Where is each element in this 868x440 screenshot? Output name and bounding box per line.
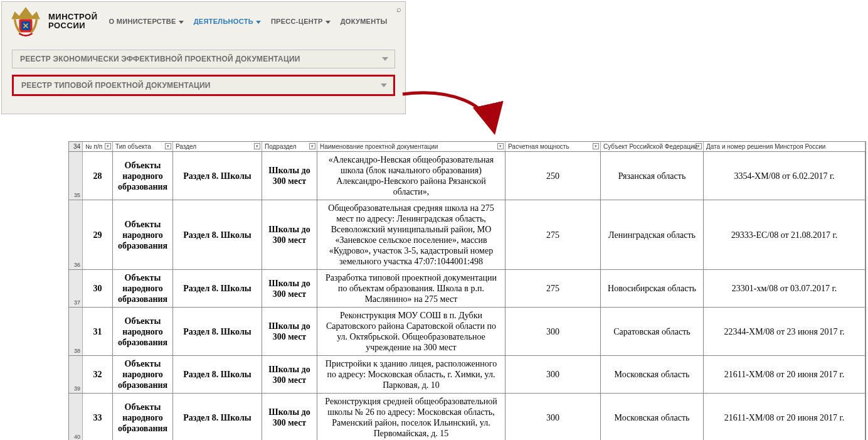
cell-mos: 300 <box>505 394 601 440</box>
table-row: 3528Объекты народного образованияРаздел … <box>69 152 865 200</box>
cell-pod: Школы до 300 мест <box>262 394 317 440</box>
main-nav: О МИНИСТЕРСТВЕ ДЕЯТЕЛЬНОСТЬ ПРЕСС-ЦЕНТР … <box>109 18 388 25</box>
table-row: 3629Объекты народного образованияРаздел … <box>69 200 865 270</box>
cell-sub: Рязанская область <box>601 152 704 200</box>
cell-np: 31 <box>83 308 113 355</box>
cell-mos: 300 <box>505 308 601 355</box>
nav-press[interactable]: ПРЕСС-ЦЕНТР <box>271 18 331 25</box>
cell-nam: Пристройки к зданию лицея, расположенног… <box>317 356 505 393</box>
col-sub: Субъект Российской Федерации▾ <box>601 142 704 151</box>
cell-nam: Разработка типовой проектной документаци… <box>317 270 505 307</box>
row-gutter-num: 35 <box>69 152 83 200</box>
cell-sub: Саратовская область <box>601 308 704 355</box>
filter-icon[interactable]: ▾ <box>105 143 111 149</box>
brand-title: МИНСТРОЙ РОССИИ <box>48 13 98 30</box>
cell-mos: 275 <box>505 200 601 269</box>
dropdown-label: РЕЕСТР ТИПОВОЙ ПРОЕКТНОЙ ДОКУМЕНТАЦИИ <box>21 81 211 90</box>
row-gutter-num: 39 <box>69 356 83 393</box>
cell-mos: 275 <box>505 270 601 307</box>
chevron-down-icon <box>381 83 387 87</box>
nav-about[interactable]: О МИНИСТЕРСТВЕ <box>109 18 184 25</box>
row-gutter-num: 38 <box>69 308 83 355</box>
cell-sub: Московская область <box>601 394 704 440</box>
cell-pod: Школы до 300 мест <box>262 200 317 269</box>
row-gutter-num: 37 <box>69 270 83 307</box>
cell-np: 29 <box>83 200 113 269</box>
cell-dat: 21611-ХМ/08 от 20 июня 2017 г. <box>704 394 865 440</box>
brand-line-1: МИНСТРОЙ <box>48 13 98 21</box>
filter-icon[interactable]: ▾ <box>696 143 702 149</box>
cell-sub: Новосибирская область <box>601 270 704 307</box>
cell-typ: Объекты народного образования <box>113 394 173 440</box>
cell-np: 33 <box>83 394 113 440</box>
nav-activity[interactable]: ДЕЯТЕЛЬНОСТЬ <box>194 18 261 25</box>
col-typ: Тип объекта▾ <box>113 142 173 151</box>
cell-raz: Раздел 8. Школы <box>173 356 262 393</box>
table-row: 3831Объекты народного образованияРаздел … <box>69 308 865 356</box>
col-nam: Наименование проектной документации▾ <box>317 142 505 151</box>
col-raz: Раздел▾ <box>173 142 262 151</box>
chevron-down-icon <box>382 57 388 61</box>
cell-mos: 300 <box>505 356 601 393</box>
row-gutter-num: 40 <box>69 394 83 440</box>
pointer-arrow-icon <box>400 88 526 144</box>
cell-sub: Московская область <box>601 356 704 393</box>
cell-pod: Школы до 300 мест <box>262 270 317 307</box>
cell-raz: Раздел 8. Школы <box>173 270 262 307</box>
cell-nam: Реконструкция средней общеобразовательно… <box>317 394 505 440</box>
cell-typ: Объекты народного образования <box>113 356 173 393</box>
cell-dat: 23301-хм/08 от 03.07.2017 г. <box>704 270 865 307</box>
filter-icon[interactable]: ▾ <box>593 143 599 149</box>
cell-nam: «Александро-Невская общеобразовательная … <box>317 152 505 200</box>
filter-icon[interactable]: ▾ <box>497 143 504 149</box>
cell-typ: Объекты народного образования <box>113 152 173 200</box>
cell-typ: Объекты народного образования <box>113 308 173 355</box>
chevron-down-icon <box>179 21 184 24</box>
col-dat: Дата и номер решения Минстроя России <box>704 142 865 151</box>
cell-pod: Школы до 300 мест <box>262 356 317 393</box>
filter-icon[interactable]: ▾ <box>165 143 171 149</box>
cell-nam: Реконструкция МОУ СОШ в п. Дубки Саратов… <box>317 308 505 355</box>
filter-icon[interactable]: ▾ <box>254 143 260 149</box>
cell-dat: 3354-ХМ/08 от 6.02.2017 г. <box>704 152 865 200</box>
cell-typ: Объекты народного образования <box>113 200 173 269</box>
cell-raz: Раздел 8. Школы <box>173 200 262 269</box>
col-pod: Подраздел▾ <box>262 142 317 151</box>
cell-dat: 21611-ХМ/08 от 20 июня 2017 г. <box>704 356 865 393</box>
dropdown-label: РЕЕСТР ЭКОНОМИЧЕСКИ ЭФФЕКТИВНОЙ ПРОЕКТНО… <box>20 55 300 63</box>
cell-raz: Раздел 8. Школы <box>173 308 262 355</box>
cell-pod: Школы до 300 мест <box>262 152 317 200</box>
chevron-down-icon <box>256 21 261 24</box>
brand-line-2: РОССИИ <box>48 21 98 30</box>
dropdown-typical-registry[interactable]: РЕЕСТР ТИПОВОЙ ПРОЕКТНОЙ ДОКУМЕНТАЦИИ <box>12 75 395 96</box>
table-body: 3528Объекты народного образованияРаздел … <box>69 152 865 440</box>
cell-dat: 29333-ЕС/08 от 21.08.2017 г. <box>704 200 865 269</box>
cell-np: 28 <box>83 152 113 200</box>
cell-nam: Общеобразовательная средняя школа на 275… <box>317 200 505 269</box>
chevron-down-icon <box>326 21 331 24</box>
header-top: МИНСТРОЙ РОССИИ О МИНИСТЕРСТВЕ ДЕЯТЕЛЬНО… <box>2 2 405 41</box>
nav-docs[interactable]: ДОКУМЕНТЫ <box>341 18 388 25</box>
header-row: 34 № п/п▾ Тип объекта▾ Раздел▾ Подраздел… <box>69 142 865 152</box>
filter-icon[interactable]: ▾ <box>309 143 315 149</box>
cell-np: 32 <box>83 356 113 393</box>
table-row: 3730Объекты народного образованияРаздел … <box>69 270 865 308</box>
cell-raz: Раздел 8. Школы <box>173 152 262 200</box>
spreadsheet: 34 № п/п▾ Тип объекта▾ Раздел▾ Подраздел… <box>68 141 866 440</box>
dropdown-effective-registry[interactable]: РЕЕСТР ЭКОНОМИЧЕСКИ ЭФФЕКТИВНОЙ ПРОЕКТНО… <box>12 50 395 68</box>
table-row: 3932Объекты народного образованияРаздел … <box>69 356 865 394</box>
logo-emblem-icon <box>8 4 43 39</box>
site-header-panel: МИНСТРОЙ РОССИИ О МИНИСТЕРСТВЕ ДЕЯТЕЛЬНО… <box>1 1 406 114</box>
cell-dat: 22344-ХМ/08 от 23 июня 2017 г. <box>704 308 865 355</box>
search-icon[interactable]: ⌕ <box>396 4 401 14</box>
cell-mos: 250 <box>505 152 601 200</box>
cell-np: 30 <box>83 270 113 307</box>
row-gutter-num: 36 <box>69 200 83 269</box>
cell-pod: Школы до 300 мест <box>262 308 317 355</box>
col-np: № п/п▾ <box>83 142 113 151</box>
cell-typ: Объекты народного образования <box>113 270 173 307</box>
row-gutter: 34 <box>69 142 83 151</box>
cell-sub: Ленинградская область <box>601 200 704 269</box>
table-row: 4033Объекты народного образованияРаздел … <box>69 394 865 440</box>
col-mos: Расчетная мощность▾ <box>505 142 601 151</box>
